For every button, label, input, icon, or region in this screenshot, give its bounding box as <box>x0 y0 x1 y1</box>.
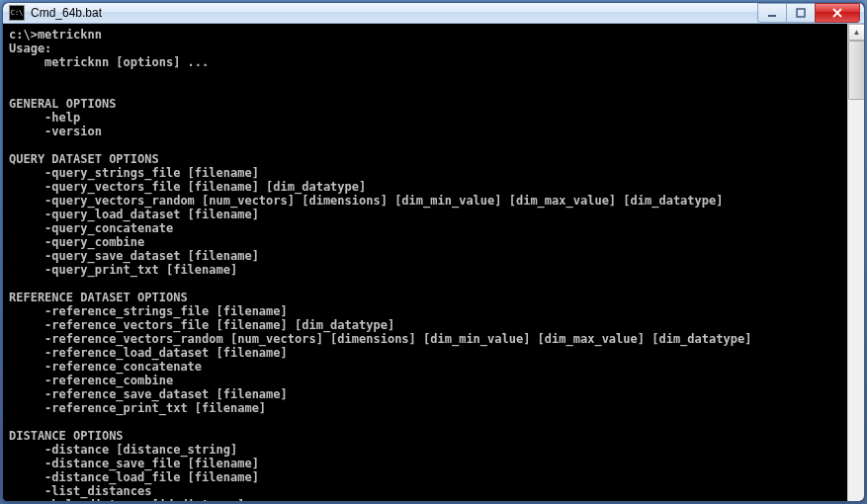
close-button[interactable] <box>815 3 860 23</box>
svg-rect-1 <box>797 9 805 17</box>
cmd-icon: C:\ <box>9 5 25 21</box>
scroll-thumb[interactable] <box>848 41 865 100</box>
vertical-scrollbar[interactable]: ▲ ▼ <box>847 24 864 502</box>
scroll-up-button[interactable]: ▲ <box>848 24 865 41</box>
window-controls <box>758 3 860 23</box>
window-title: Cmd_64b.bat <box>31 6 102 20</box>
svg-rect-0 <box>768 15 776 17</box>
minimize-button[interactable] <box>757 3 787 23</box>
console-window: C:\ Cmd_64b.bat c:\>metricknn Usage: met… <box>2 2 865 502</box>
console-output[interactable]: c:\>metricknn Usage: metricknn [options]… <box>3 24 847 502</box>
titlebar[interactable]: C:\ Cmd_64b.bat <box>3 3 864 24</box>
maximize-button[interactable] <box>786 3 816 23</box>
console-area: c:\>metricknn Usage: metricknn [options]… <box>3 24 864 502</box>
